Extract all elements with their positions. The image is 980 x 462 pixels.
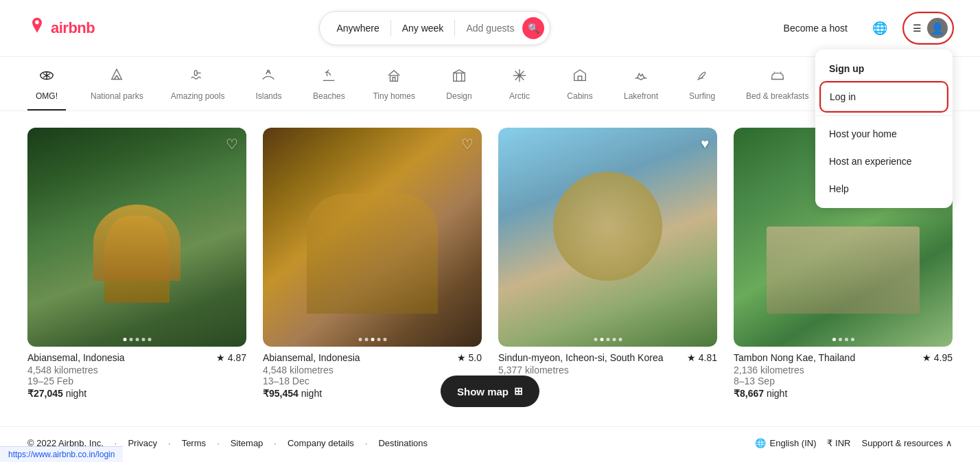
search-dates[interactable]: Any week <box>399 23 447 34</box>
category-amazing-pools-label: Amazing pools <box>171 91 225 101</box>
listing-card-2[interactable]: ♡ Abiansemal, Indonesia ★ 5.0 4,548 kilo… <box>263 128 482 399</box>
language-button[interactable]: 🌐 <box>867 15 893 41</box>
wishlist-button-2[interactable]: ♡ <box>461 136 474 152</box>
dot <box>364 338 368 341</box>
listing-distance-3: 5,377 kilometres <box>498 365 717 376</box>
show-map-button[interactable]: Show map ⊞ <box>441 376 539 407</box>
category-tiny-homes[interactable]: Tiny homes <box>370 57 418 111</box>
listing-image-1: ♡ <box>27 128 246 347</box>
dot <box>845 338 848 341</box>
header: airbnb Anywhere Any week Add guests 🔍 Be… <box>0 0 980 57</box>
currency-selector[interactable]: ₹ INR <box>827 438 850 448</box>
globe-icon: 🌐 <box>872 21 887 35</box>
image-dots-1 <box>123 338 151 341</box>
help-item[interactable]: Help <box>815 175 953 203</box>
listing-location-1: Abiansemal, Indonesia <box>27 352 125 363</box>
image-dots-3 <box>594 338 622 341</box>
svg-rect-1 <box>194 71 197 76</box>
dot <box>612 338 616 341</box>
listing-title-row-2: Abiansemal, Indonesia ★ 5.0 <box>263 352 482 363</box>
listing-card-3[interactable]: ♥ Sindun-myeon, Icheon-si, South Korea ★… <box>498 128 717 399</box>
avatar: 👤 <box>927 18 948 38</box>
footer-dot: · <box>274 438 277 448</box>
bed-breakfasts-icon <box>770 68 785 87</box>
listing-image-2: ♡ <box>263 128 482 347</box>
host-home-item[interactable]: Host your home <box>815 120 953 148</box>
omg-icon <box>39 68 54 87</box>
category-omg[interactable]: OMG! <box>27 57 66 111</box>
listing-card-1[interactable]: ♡ Abiansemal, Indonesia ★ 4.87 4,548 kil… <box>27 128 246 399</box>
signup-item[interactable]: Sign up <box>815 55 953 82</box>
category-national-parks[interactable]: National parks <box>88 57 146 111</box>
globe-icon-footer: 🌐 <box>755 438 766 448</box>
listing-location-2: Abiansemal, Indonesia <box>263 352 360 363</box>
dot <box>600 338 603 341</box>
dot <box>129 338 132 341</box>
tiny-homes-icon <box>386 68 401 87</box>
search-guests[interactable]: Add guests <box>463 23 517 34</box>
category-amazing-pools[interactable]: Amazing pools <box>168 57 228 111</box>
show-map-label: Show map <box>457 386 509 397</box>
footer-privacy[interactable]: Privacy <box>128 438 157 448</box>
search-location[interactable]: Anywhere <box>334 23 382 34</box>
svg-rect-3 <box>390 76 398 81</box>
category-design[interactable]: Design <box>440 57 478 111</box>
listing-price-1: ₹27,045 night <box>27 388 246 399</box>
wishlist-button-3[interactable]: ♥ <box>701 136 709 152</box>
category-cabins[interactable]: Cabins <box>561 57 599 111</box>
category-national-parks-label: National parks <box>91 91 143 101</box>
category-islands[interactable]: Islands <box>249 57 288 111</box>
category-surfing[interactable]: Surfing <box>683 57 721 111</box>
svg-rect-4 <box>454 73 465 81</box>
category-arctic[interactable]: Arctic <box>500 57 539 111</box>
dot <box>141 338 145 341</box>
listing-rating-4: ★ 4.95 <box>922 352 953 363</box>
category-beaches[interactable]: Beaches <box>310 57 348 111</box>
footer-destinations[interactable]: Destinations <box>378 438 428 448</box>
header-right: Become a host 🌐 ☰ 👤 <box>775 13 953 43</box>
listing-dates-1: 19–25 Feb <box>27 376 246 386</box>
dot <box>594 338 597 341</box>
surfing-icon <box>695 68 710 87</box>
beaches-icon <box>321 68 336 87</box>
amazing-pools-icon <box>190 68 205 87</box>
host-experience-item[interactable]: Host an experience <box>815 148 953 175</box>
footer-terms[interactable]: Terms <box>182 438 206 448</box>
profile-menu-button[interactable]: ☰ 👤 <box>904 13 953 43</box>
footer-sitemap[interactable]: Sitemap <box>231 438 264 448</box>
dot <box>606 338 609 341</box>
dot <box>377 338 380 341</box>
dropdown-divider <box>815 115 953 116</box>
lakefront-icon <box>633 68 649 87</box>
dot <box>832 338 836 341</box>
footer-dot: · <box>168 438 171 448</box>
listing-title-row-3: Sindun-myeon, Icheon-si, South Korea ★ 4… <box>498 352 717 363</box>
language-label: English (IN) <box>770 438 817 448</box>
url-bar: https://www.airbnb.co.in/login <box>0 446 123 459</box>
footer-company[interactable]: Company details <box>288 438 354 448</box>
support-resources[interactable]: Support & resources ∧ <box>861 438 953 448</box>
footer: © 2022 Airbnb, Inc. · Privacy · Terms · … <box>0 426 980 459</box>
category-omg-label: OMG! <box>36 91 58 101</box>
logo[interactable]: airbnb <box>27 16 95 41</box>
category-islands-label: Islands <box>255 91 281 101</box>
become-host-link[interactable]: Become a host <box>775 16 856 41</box>
listing-title-row-4: Tambon Nong Kae, Thailand ★ 4.95 <box>734 352 953 363</box>
listing-info-1: Abiansemal, Indonesia ★ 4.87 4,548 kilom… <box>27 352 246 399</box>
search-bar[interactable]: Anywhere Any week Add guests 🔍 <box>319 11 550 45</box>
language-selector[interactable]: 🌐 English (IN) <box>755 438 817 448</box>
category-bed-breakfasts[interactable]: Bed & breakfasts <box>743 57 811 111</box>
national-parks-icon <box>109 68 124 87</box>
dropdown-menu: Sign up Log in Host your home Host an ex… <box>815 49 953 208</box>
listing-distance-4: 2,136 kilometres <box>734 365 953 376</box>
listing-rating-3: ★ 4.81 <box>687 352 717 363</box>
wishlist-button-1[interactable]: ♡ <box>226 136 238 152</box>
category-beaches-label: Beaches <box>313 91 345 101</box>
category-lakefront[interactable]: Lakefront <box>621 57 661 111</box>
login-item[interactable]: Log in <box>821 82 947 111</box>
footer-dot: · <box>365 438 368 448</box>
search-button[interactable]: 🔍 <box>522 17 544 39</box>
dot <box>618 338 622 341</box>
category-tiny-homes-label: Tiny homes <box>373 91 415 101</box>
category-design-label: Design <box>446 91 471 101</box>
